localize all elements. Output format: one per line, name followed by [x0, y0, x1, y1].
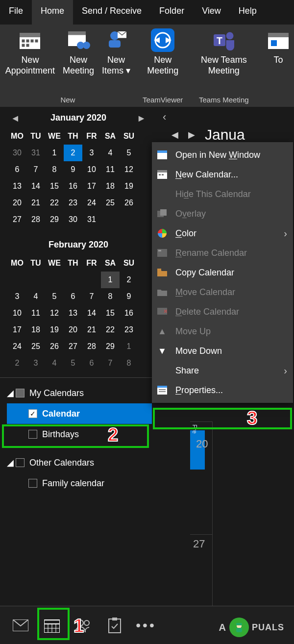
day-cell[interactable]: 10 [82, 161, 101, 178]
day-cell[interactable]: 17 [82, 178, 101, 195]
ctx-new-calendar[interactable]: New Calendar... [152, 165, 293, 184]
day-cell[interactable]: 10 [8, 305, 26, 322]
tree-group-my-calendars[interactable]: ◢ My Calendars [7, 383, 152, 403]
day-cell[interactable]: 1 [45, 145, 64, 161]
day-cell[interactable]: 28 [82, 338, 101, 355]
day-cell[interactable]: 17 [8, 322, 26, 338]
day-cell[interactable]: 24 [8, 338, 26, 355]
ribbon-cutoff[interactable]: To [258, 28, 294, 66]
day-cell[interactable]: 16 [120, 305, 138, 322]
day-cell[interactable]: 21 [82, 322, 101, 338]
day-cell[interactable]: 25 [26, 338, 45, 355]
ctx-color[interactable]: Color [152, 223, 293, 243]
day-cell[interactable]: 21 [26, 195, 45, 211]
day-cell[interactable]: 6 [8, 161, 26, 178]
day-cell[interactable]: 3 [26, 355, 45, 372]
day-cell[interactable]: 28 [26, 211, 45, 228]
nav-mail-button[interactable] [6, 611, 35, 640]
day-cell[interactable]: 5 [120, 145, 138, 161]
new-meeting-button[interactable]: NewMeeting [59, 28, 98, 76]
day-cell[interactable]: 22 [45, 195, 64, 211]
day-cell[interactable]: 30 [8, 145, 26, 161]
day-cell[interactable]: 3 [8, 288, 26, 305]
day-cell[interactable]: 25 [101, 195, 120, 211]
day-cell[interactable]: 20 [8, 195, 26, 211]
day-cell[interactable]: 8 [101, 288, 120, 305]
day-cell[interactable]: 2 [64, 145, 82, 161]
day-cell[interactable]: 26 [120, 195, 138, 211]
day-cell[interactable]: 23 [64, 195, 82, 211]
tab-view[interactable]: View [193, 0, 230, 25]
day-cell[interactable]: 4 [101, 145, 120, 161]
day-cell[interactable]: 13 [64, 305, 82, 322]
mini-calendar-february[interactable]: February 2020 MOTUWETHFRSASU123456789101… [0, 234, 152, 377]
day-cell[interactable]: 19 [45, 322, 64, 338]
day-cell[interactable]: 15 [101, 305, 120, 322]
next-icon[interactable]: ▶ [188, 129, 195, 140]
collapse-sidebar-icon[interactable]: ‹ [163, 111, 166, 124]
teams-new-meeting-button[interactable]: T New TeamsMeeting [197, 28, 251, 76]
nav-tasks-button[interactable] [100, 611, 129, 640]
day-cell[interactable]: 30 [64, 211, 82, 228]
mini-calendar-january[interactable]: ◀ January 2020 ▶ MOTUWETHFRSASU303112345… [0, 107, 152, 234]
tab-help[interactable]: Help [230, 0, 266, 25]
day-cell[interactable]: 4 [45, 355, 64, 372]
day-cell[interactable]: 19 [120, 178, 138, 195]
day-cell[interactable]: 15 [45, 178, 64, 195]
day-cell[interactable]: 14 [82, 305, 101, 322]
expand-icon[interactable]: ◢ [7, 457, 14, 468]
day-cell[interactable]: 7 [26, 161, 45, 178]
day-cell[interactable]: 14 [26, 178, 45, 195]
nav-people-button[interactable] [69, 611, 98, 640]
day-cell[interactable]: 4 [26, 288, 45, 305]
day-cell[interactable]: 1 [120, 338, 138, 355]
day-cell[interactable]: 29 [101, 338, 120, 355]
day-cell[interactable]: 6 [64, 288, 82, 305]
day-cell[interactable]: 2 [8, 355, 26, 372]
day-cell[interactable]: 18 [101, 178, 120, 195]
day-cell[interactable]: 27 [64, 338, 82, 355]
ctx-share[interactable]: Share [152, 361, 293, 380]
day-cell[interactable]: 6 [82, 355, 101, 372]
checkbox[interactable] [16, 389, 24, 397]
prev-month-icon[interactable]: ◀ [13, 114, 18, 122]
ctx-open-new-window[interactable]: Open in New Window [152, 145, 293, 165]
tree-item-family-calendar[interactable]: Family calendar [7, 473, 152, 494]
prev-icon[interactable]: ◀ [172, 129, 178, 140]
tree-group-other-calendars[interactable]: ◢ Other Calendars [7, 452, 152, 473]
day-cell[interactable]: 31 [82, 211, 101, 228]
day-cell[interactable]: 11 [26, 305, 45, 322]
day-cell[interactable]: 1 [101, 272, 120, 288]
nav-calendar-button[interactable] [37, 611, 67, 640]
day-cell[interactable]: 9 [120, 288, 138, 305]
teamviewer-new-meeting-button[interactable]: NewMeeting [143, 28, 182, 76]
day-cell[interactable]: 8 [45, 161, 64, 178]
new-appointment-button[interactable]: NewAppointment [1, 28, 59, 76]
day-cell[interactable]: 7 [82, 288, 101, 305]
day-cell[interactable]: 27 [8, 211, 26, 228]
day-cell[interactable]: 23 [120, 322, 138, 338]
checkbox[interactable] [28, 409, 37, 418]
day-cell[interactable]: 2 [120, 272, 138, 288]
day-cell[interactable]: 8 [120, 355, 138, 372]
day-cell[interactable]: Pre20 [190, 421, 213, 534]
checkbox[interactable] [28, 479, 37, 488]
checkbox[interactable] [16, 458, 24, 467]
day-cell[interactable]: 9 [64, 161, 82, 178]
tree-item-birthdays[interactable]: Birthdays [7, 424, 152, 445]
day-cell[interactable]: 16 [64, 178, 82, 195]
day-cell[interactable]: 13 [8, 178, 26, 195]
tab-send-receive[interactable]: Send / Receive [73, 0, 150, 25]
ctx-properties[interactable]: Properties... [152, 380, 293, 400]
day-cell[interactable]: 26 [45, 338, 64, 355]
ctx-copy-calendar[interactable]: Copy Calendar [152, 263, 293, 282]
day-cell[interactable]: 7 [101, 355, 120, 372]
day-cell[interactable]: 12 [120, 161, 138, 178]
ctx-move-down[interactable]: ▼ Move Down [152, 341, 293, 361]
day-cell[interactable]: 22 [101, 322, 120, 338]
expand-icon[interactable]: ◢ [7, 388, 14, 398]
day-cell[interactable]: 3 [82, 145, 101, 161]
checkbox[interactable] [28, 430, 37, 439]
new-items-button[interactable]: NewItems ▾ [98, 28, 134, 76]
day-cell[interactable]: 5 [45, 288, 64, 305]
